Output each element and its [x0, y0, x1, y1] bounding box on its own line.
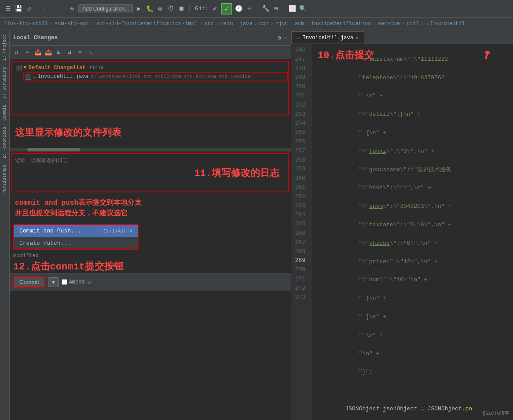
file-tree-wrapper: ✓ ▼ Default Changelist Title ✓ ☕ Invoice…: [11, 61, 289, 115]
file-item-row[interactable]: ✓ ☕ InvoiceUtil.java z:\workspace\link-t…: [23, 72, 288, 81]
code-line-258: "\"num\":\"10\"\n" +: [318, 276, 508, 285]
side-strip: 1: Project 7: Structure Commit 2: Favori…: [0, 30, 10, 420]
left-panel: Local Changes ⚙ − ↺ ↶ 📥 📤 ⊞ ⊟ ≡ ⇋ ✓ ▼ De…: [10, 30, 291, 420]
breadcrumb-invoice[interactable]: invoiceVerification: [311, 21, 371, 27]
changes-toolbar: ↺ ↶ 📥 📤 ⊞ ⊟ ≡ ⇋: [10, 46, 291, 59]
amend-check[interactable]: [62, 279, 67, 285]
menu-icon[interactable]: ☰: [4, 4, 12, 13]
commit-and-push-label: Commit and Push...: [19, 228, 81, 234]
code-area[interactable]: 246 247 248 249 250 251 252 253 254 255 …: [291, 44, 513, 420]
line-num-249: 249: [291, 73, 309, 82]
debug-icon[interactable]: 🐛: [145, 4, 154, 13]
breadcrumb-com[interactable]: com: [259, 21, 269, 27]
breadcrumb-service[interactable]: service: [378, 21, 400, 27]
window-icon[interactable]: ⬜: [288, 4, 297, 13]
changelist-title: Title: [89, 65, 103, 70]
check-mark: ✓: [224, 4, 229, 13]
code-line-246: "\"saletaxnum\":\"11111222: [318, 55, 508, 64]
commit-dropdown-arrow[interactable]: ▼: [48, 277, 59, 287]
line-num-252: 252: [291, 101, 309, 110]
changelist-label: Default Changelist: [29, 65, 86, 71]
save-icon[interactable]: 💾: [14, 4, 23, 13]
refresh-icon[interactable]: ↺: [12, 48, 21, 57]
commit-dropdown: Commit and Push... Ctrl+Alt+K Create Pat…: [13, 224, 139, 250]
diff-icon[interactable]: ⊟: [65, 48, 74, 57]
amend-checkbox[interactable]: Amend: [62, 279, 85, 285]
group-icon[interactable]: ⊞: [55, 48, 63, 57]
wrench-icon[interactable]: 🔧: [261, 4, 270, 13]
code-line-253: "\"hsbz\":\"1\",\n" +: [318, 184, 508, 193]
profile-icon[interactable]: ⏱: [166, 4, 175, 13]
breadcrumb-main[interactable]: main: [220, 21, 233, 27]
stop-icon[interactable]: ⏹: [177, 4, 186, 13]
collapse-icon[interactable]: ⇋: [86, 48, 95, 57]
add-config-button[interactable]: Add Configuration...: [78, 4, 133, 13]
breadcrumb-src[interactable]: src: [204, 21, 214, 27]
back-icon[interactable]: ←: [41, 4, 50, 13]
file-checkbox[interactable]: ✓: [26, 74, 31, 80]
rollback-icon[interactable]: ↶: [245, 4, 253, 13]
editor-tab-invoice[interactable]: ☕ InvoiceUtil.java ✕: [291, 31, 364, 44]
changelist-item[interactable]: ✓ ▼ Default Changelist Title: [12, 63, 288, 72]
code-line-254: "\"spbm\":\"3040203\",\n" +: [318, 202, 508, 211]
tab-close-icon[interactable]: ✕: [356, 35, 359, 41]
line-num-248: 248: [291, 64, 309, 74]
breadcrumb: link-ttc-stbll › scm-std-api › scm-std-I…: [0, 18, 513, 30]
expand-icon[interactable]: ≡: [76, 48, 84, 57]
commit-message-input[interactable]: [12, 154, 288, 189]
code-str: " \n" +: [318, 332, 383, 339]
rollback-changes-icon[interactable]: ↶: [23, 48, 32, 57]
sync-icon[interactable]: ↺: [25, 4, 33, 13]
run-icon[interactable]: ▶: [135, 4, 143, 13]
code-line-250: " {\n" +: [318, 129, 508, 138]
commit-tab[interactable]: Commit: [1, 102, 8, 123]
commit-settings-icon[interactable]: ⚙: [88, 279, 91, 286]
separator-4: [257, 4, 257, 13]
unshelve-icon[interactable]: 📤: [44, 48, 53, 57]
shelve-icon[interactable]: 📥: [33, 48, 42, 57]
breadcrumb-zjyc[interactable]: zjyc: [275, 21, 288, 27]
line-num-267: 267: [291, 238, 309, 247]
code-line-265: JSONObject jsonObject = JSONObject.po: [318, 405, 508, 414]
commit-button[interactable]: Commit: [13, 276, 45, 288]
scroll-indicator[interactable]: [10, 148, 291, 151]
structure-tab[interactable]: 7: Structure: [1, 64, 8, 101]
code-str: "\"goodsname\":\"信息技术服务: [318, 166, 451, 173]
settings-icon[interactable]: ⚙: [278, 34, 281, 41]
line-num-265: 265: [291, 220, 309, 229]
search-icon[interactable]: 🔍: [298, 4, 307, 13]
create-patch-item[interactable]: Create Patch...: [14, 237, 138, 249]
changelist-checkbox[interactable]: ✓: [16, 65, 22, 70]
project-tab[interactable]: 1: Project: [1, 32, 8, 63]
code-line-251: "\"fphxz\":\"0\",\n" +: [318, 147, 508, 156]
breadcrumb-util[interactable]: util: [407, 21, 419, 27]
breadcrumb-impl[interactable]: scm-std-InvoiceVerification-impl: [96, 21, 197, 27]
history-icon[interactable]: 🕐: [234, 4, 243, 13]
coverage-icon[interactable]: ◎: [156, 4, 165, 13]
minimize-icon[interactable]: −: [284, 34, 287, 41]
commit-check-button[interactable]: ✓: [221, 3, 232, 15]
line-num-262: 262: [291, 192, 309, 202]
commit-and-push-item[interactable]: Commit and Push... Ctrl+Alt+K: [14, 225, 138, 237]
forward-icon[interactable]: →: [51, 4, 60, 13]
amend-label: Amend: [69, 279, 85, 285]
line-num-256: 256: [291, 137, 309, 147]
git-check-icon[interactable]: ✔: [210, 4, 219, 13]
favorites-tab[interactable]: 2: Favorites: [1, 124, 8, 161]
breadcrumb-java[interactable]: java: [240, 21, 253, 27]
layout-icon[interactable]: ⊞: [271, 4, 280, 13]
code-content[interactable]: "\"saletaxnum\":\"11111222 "telephone\":…: [312, 44, 513, 420]
file-name: InvoiceUtil.java: [38, 74, 88, 80]
breadcrumb-invoice-util[interactable]: InvoiceUtil: [430, 21, 465, 27]
build-icon[interactable]: ⚒: [68, 4, 77, 13]
breadcrumb-scm-std-api[interactable]: scm-std-api: [55, 21, 89, 27]
code-str: " }\n" +: [318, 295, 386, 302]
code-str: "\"price\":\"12\",\n" +: [318, 258, 438, 265]
line-num-247: 247: [291, 55, 309, 64]
breadcrumb-link-ttc[interactable]: link-ttc-stbll: [4, 21, 48, 27]
code-str: "\"fphxz\":\"0\",\n" +: [318, 148, 434, 155]
breadcrumb-scm[interactable]: scm: [295, 21, 304, 27]
persistence-tab[interactable]: Persistence: [1, 162, 8, 196]
line-num-270: 270: [291, 265, 309, 275]
main-toolbar: ☰ 💾 ↺ ← → ⚒ Add Configuration... ▶ 🐛 ◎ ⏱…: [0, 0, 513, 18]
